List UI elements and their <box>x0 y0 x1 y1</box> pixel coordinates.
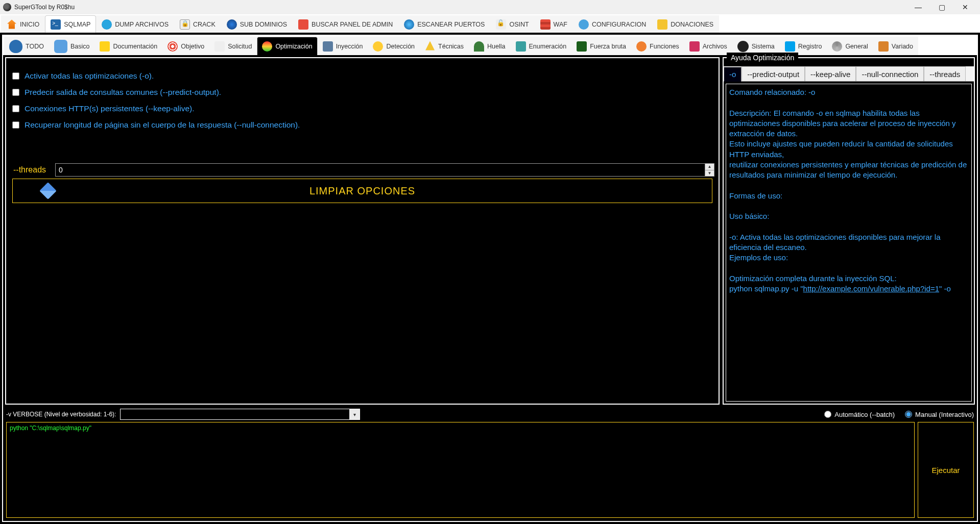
sub-tab-label: Optimización <box>275 43 312 50</box>
option-activate-all[interactable]: Activar todas las optimizaciones (-o). <box>12 71 714 81</box>
main-tab-label: INICIO <box>20 21 39 28</box>
sub-tab-todo[interactable]: TODO <box>4 37 49 55</box>
var-icon <box>878 41 889 52</box>
main-tab-admin[interactable]: BUSCAR PANEL DE ADMIN <box>293 15 398 33</box>
clear-options-label: LIMPIAR OPCIONES <box>309 185 415 197</box>
sub-tab-basico[interactable]: Basico <box>49 37 95 55</box>
help-tab-predictoutput[interactable]: --predict-output <box>742 66 805 81</box>
main-tab-dump[interactable]: DUMP ARCHIVOS <box>96 15 174 33</box>
sub-tab-fun[interactable]: Funciones <box>631 37 684 55</box>
maximize-button[interactable]: ▢ <box>930 0 953 14</box>
sub-tab-label: Registro <box>798 43 822 50</box>
sub-tab-tec[interactable]: Técnicas <box>420 37 469 55</box>
main-tab-subdom[interactable]: SUB DOMINIOS <box>221 15 293 33</box>
terminal-line: python "C:\sqlmap\sqlmap.py" <box>10 425 91 432</box>
option-o-label: Activar todas las optimizaciones (-o). <box>25 71 154 81</box>
sub-tab-arc[interactable]: Archivos <box>684 37 732 55</box>
main-tab-waf[interactable]: WAF <box>535 15 573 33</box>
checkbox-nullconn[interactable] <box>12 121 19 129</box>
mode-auto[interactable]: Automático (--batch) <box>824 411 895 418</box>
options-panel: Activar todas las optimizaciones (-o). P… <box>5 57 720 405</box>
basico-icon <box>54 40 67 53</box>
terminal-output[interactable]: python "C:\sqlmap\sqlmap.py" <box>6 422 915 518</box>
dump-icon <box>102 19 112 30</box>
main-tab-label: SUB DOMINIOS <box>240 21 287 28</box>
help-example-link[interactable]: http://example.com/vulnerable.php?id=1 <box>803 284 939 293</box>
sub-tab-label: Solicitud <box>228 43 252 50</box>
help-tab-o[interactable]: -o <box>724 67 742 82</box>
sub-tab-hue[interactable]: Huella <box>469 37 510 55</box>
verbose-select[interactable]: ▾ <box>120 409 360 420</box>
help-text-line: Uso básico: <box>729 211 968 221</box>
det-icon <box>373 41 383 52</box>
sub-tab-label: Objetivo <box>181 43 204 50</box>
sub-tab-var[interactable]: Variado <box>873 37 918 55</box>
main-tab-crack[interactable]: CRACK <box>174 15 221 33</box>
execute-button[interactable]: Ejecutar <box>918 422 974 518</box>
threads-label: --threads <box>13 165 46 174</box>
sub-tab-doc[interactable]: Documentación <box>94 37 162 55</box>
sub-tab-label: Detección <box>386 43 415 50</box>
sub-tab-label: Técnicas <box>438 43 464 50</box>
main-tab-label: DUMP ARCHIVOS <box>115 21 169 28</box>
main-tab-label: OSINT <box>509 21 529 28</box>
help-text-line: python sqlmap.py -u "http://example.com/… <box>729 284 968 294</box>
clear-options-button[interactable]: LIMPIAR OPCIONES <box>12 179 712 203</box>
option-keep-alive[interactable]: Conexiones HTTP(s) persistentes (--keep-… <box>12 104 714 113</box>
sub-tab-sol[interactable]: Solicitud <box>209 37 257 55</box>
sub-tab-label: General <box>845 43 868 50</box>
sub-tab-label: Sistema <box>752 43 775 50</box>
main-tab-sqlmap[interactable]: SQLMAP <box>45 15 96 33</box>
sub-tab-gen[interactable]: General <box>827 37 873 55</box>
sub-tab-opt[interactable]: Optimización <box>257 37 317 55</box>
help-tab-nullconnection[interactable]: --null-connection <box>856 66 924 81</box>
radio-manual[interactable] <box>905 411 912 418</box>
main-tab-don[interactable]: DONACIONES <box>652 15 719 33</box>
checkbox-keepalive[interactable] <box>12 105 19 112</box>
admin-icon <box>298 19 308 30</box>
main-tab-inicio[interactable]: INICIO <box>1 15 45 33</box>
sub-tab-label: Enumeración <box>529 43 567 50</box>
main-tab-ports[interactable]: ESCANEAR PUERTOS <box>398 15 490 33</box>
subdom-icon <box>227 19 237 30</box>
main-tab-conf[interactable]: CONFIGURACION <box>573 15 652 33</box>
help-text-line <box>729 97 968 108</box>
mode-manual[interactable]: Manual (Interactivo) <box>905 411 974 418</box>
sub-tab-obj[interactable]: Objetivo <box>162 37 209 55</box>
main-tab-osint[interactable]: OSINT <box>490 15 534 33</box>
sub-tab-det[interactable]: Detección <box>368 37 420 55</box>
chevron-down-icon[interactable]: ▾ <box>349 409 360 419</box>
obj-icon <box>168 41 178 52</box>
main-tab-label: WAF <box>554 21 567 28</box>
sub-tab-iny[interactable]: Inyección <box>318 37 368 55</box>
option-null-connection[interactable]: Recuperar longitud de página sin el cuer… <box>12 120 714 130</box>
help-tab-keepalive[interactable]: --keep-alive <box>805 66 856 81</box>
waf-icon <box>540 19 551 30</box>
hue-icon <box>474 41 484 52</box>
help-link-prefix: python sqlmap.py -u " <box>729 284 803 293</box>
close-button[interactable]: ✕ <box>953 0 977 14</box>
sub-tab-label: Archivos <box>703 43 727 50</box>
sub-tab-fb[interactable]: Fuerza bruta <box>571 37 631 55</box>
app-icon <box>3 3 11 11</box>
spin-down[interactable]: ▼ <box>705 170 714 177</box>
help-tab-threads[interactable]: --threads <box>924 66 966 81</box>
threads-input[interactable] <box>56 164 705 176</box>
spin-up[interactable]: ▲ <box>705 164 714 170</box>
sub-tab-enu[interactable]: Enumeración <box>511 37 572 55</box>
checkbox-predict[interactable] <box>12 89 19 96</box>
bottom-bar: -v VERBOSE (Nivel de verbosidad: 1-6): ▾… <box>3 407 977 422</box>
minimize-button[interactable]: — <box>906 0 930 14</box>
sub-tab-label: TODO <box>26 43 44 50</box>
sub-tab-label: Variado <box>892 43 913 50</box>
sub-tab-label: Funciones <box>650 43 679 50</box>
gen-icon <box>832 41 842 52</box>
option-predict-output[interactable]: Predecir salida de consultas comunes (--… <box>12 88 714 97</box>
radio-auto[interactable] <box>824 411 831 418</box>
checkbox-o[interactable] <box>12 72 19 80</box>
help-text-line <box>729 180 968 190</box>
osint-icon <box>496 19 506 30</box>
help-text-line: Descripción: El comando -o en sqlmap hab… <box>729 108 968 139</box>
don-icon <box>657 19 667 30</box>
help-text-line <box>729 201 968 211</box>
